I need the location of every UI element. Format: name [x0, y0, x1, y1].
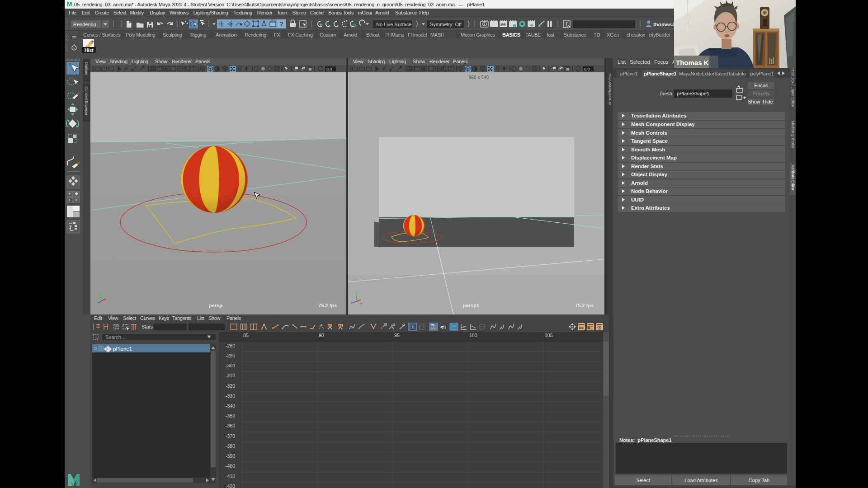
- svg-text:Panels: Panels: [453, 59, 468, 64]
- svg-text:105: 105: [545, 333, 553, 338]
- svg-text:-340: -340: [226, 403, 235, 408]
- svg-text:Custom: Custom: [320, 32, 336, 38]
- svg-text:BASICS: BASICS: [502, 32, 520, 38]
- svg-text:Arnold: Arnold: [344, 32, 357, 38]
- svg-text:Select: Select: [123, 315, 136, 321]
- svg-text:-360: -360: [226, 423, 235, 428]
- svg-text:FHMainz: FHMainz: [385, 32, 404, 38]
- svg-text:95: 95: [394, 333, 400, 338]
- svg-text:Edit: Edit: [94, 315, 102, 321]
- svg-text:Motion Graphics: Motion Graphics: [461, 32, 495, 38]
- svg-text:Substance: Substance: [564, 32, 586, 38]
- svg-text:75.2 fps: 75.2 fps: [318, 303, 337, 308]
- svg-text:persp1: persp1: [463, 303, 479, 308]
- svg-text:out: out: [339, 324, 342, 327]
- svg-text:IPR: IPR: [500, 23, 506, 26]
- svg-text:-380: -380: [226, 443, 235, 449]
- svg-text:-290: -290: [226, 353, 235, 358]
- svg-text:Renderer: Renderer: [172, 59, 192, 64]
- svg-text:90: 90: [319, 333, 324, 338]
- svg-text:Hist: Hist: [85, 47, 94, 53]
- svg-text:Keys: Keys: [159, 315, 170, 321]
- svg-text:MASH: MASH: [430, 32, 444, 38]
- svg-text:View: View: [353, 59, 363, 64]
- svg-text:Bifrost: Bifrost: [366, 32, 379, 38]
- svg-text:-300: -300: [226, 363, 235, 368]
- svg-text:Lighting: Lighting: [389, 59, 406, 64]
- svg-text:persp: persp: [209, 303, 222, 308]
- svg-text:+: +: [68, 198, 71, 202]
- svg-text:Rendering: Rendering: [245, 32, 266, 38]
- svg-text:Renderer: Renderer: [429, 59, 450, 64]
- svg-text:cityBuilder: cityBuilder: [649, 32, 670, 38]
- svg-text:960 x 540: 960 x 540: [469, 75, 489, 80]
- svg-text:FHmodel: FHmodel: [408, 32, 427, 38]
- svg-text:Rendering: Rendering: [73, 22, 96, 27]
- svg-text:y: y: [99, 290, 101, 294]
- svg-text:Rigging: Rigging: [190, 32, 206, 38]
- svg-text:-320: -320: [226, 383, 235, 389]
- svg-text:View: View: [108, 315, 118, 321]
- svg-text:x: x: [104, 297, 106, 301]
- svg-text:-370: -370: [226, 433, 235, 439]
- svg-text:-400: -400: [226, 463, 235, 469]
- svg-text:in: in: [328, 324, 330, 327]
- svg-text:Shading: Shading: [368, 59, 385, 64]
- svg-text:Stats: Stats: [142, 324, 153, 329]
- svg-text:List: List: [197, 315, 204, 321]
- svg-text:?: ?: [279, 20, 283, 28]
- svg-text:75.2 fps: 75.2 fps: [575, 303, 594, 308]
- svg-text:+: +: [68, 192, 71, 196]
- svg-text:chessfox: chessfox: [627, 32, 646, 38]
- svg-text:-330: -330: [226, 393, 235, 399]
- svg-text:Panels: Panels: [195, 59, 210, 64]
- svg-text:Lighting: Lighting: [132, 59, 148, 64]
- svg-text:Show: Show: [208, 315, 221, 321]
- svg-text:Animation: Animation: [216, 32, 236, 38]
- svg-text:Sculpting: Sculpting: [163, 32, 182, 38]
- svg-text:View: View: [95, 59, 106, 64]
- svg-text:No Live Surface: No Live Surface: [376, 22, 411, 27]
- svg-text:Shading: Shading: [110, 59, 127, 64]
- svg-text:-280: -280: [226, 343, 235, 348]
- svg-text:Curves: Curves: [140, 315, 156, 321]
- svg-text:Tangents: Tangents: [172, 315, 192, 321]
- svg-text:-410: -410: [226, 474, 235, 479]
- svg-text:85: 85: [243, 333, 249, 338]
- svg-text:TAUBE: TAUBE: [525, 32, 541, 38]
- svg-text:FX Caching: FX Caching: [288, 32, 313, 38]
- svg-text:Panels: Panels: [226, 315, 241, 321]
- svg-text:-390: -390: [226, 453, 235, 459]
- svg-text:Show: Show: [155, 59, 167, 64]
- svg-text:Curves / Surfaces: Curves / Surfaces: [83, 32, 121, 38]
- svg-text:XGen: XGen: [607, 32, 619, 38]
- svg-text:Search...: Search...: [105, 334, 125, 340]
- svg-text:Poly Modeling: Poly Modeling: [126, 32, 155, 38]
- svg-text:z: z: [351, 301, 353, 305]
- svg-text:FX: FX: [274, 32, 280, 38]
- svg-text:Show: Show: [413, 59, 425, 64]
- svg-text:TD: TD: [594, 32, 600, 38]
- svg-text:y: y: [355, 291, 357, 295]
- svg-text:Symmetry: Off: Symmetry: Off: [430, 22, 462, 27]
- svg-text:-420: -420: [226, 483, 235, 488]
- svg-text:-310: -310: [226, 373, 235, 378]
- svg-text:lost: lost: [547, 32, 554, 38]
- svg-text:x: x: [360, 301, 362, 305]
- svg-text:pPlane1: pPlane1: [113, 346, 132, 352]
- svg-text:-350: -350: [226, 413, 235, 418]
- svg-text:100: 100: [469, 333, 477, 338]
- svg-text:+: +: [75, 198, 77, 202]
- svg-text:Thomas K: Thomas K: [676, 59, 709, 66]
